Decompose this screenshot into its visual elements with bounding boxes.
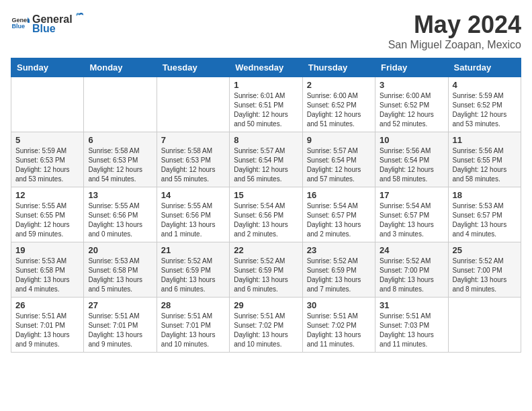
day-number: 20	[88, 245, 152, 255]
calendar-cell: 8Sunrise: 5:57 AMSunset: 6:54 PMDaylight…	[230, 132, 302, 187]
day-number: 30	[307, 300, 371, 310]
calendar-cell	[448, 298, 521, 353]
svg-text:General: General	[11, 17, 30, 24]
cell-info: Sunrise: 5:51 AMSunset: 7:01 PMDaylight:…	[15, 312, 79, 349]
calendar-cell: 4Sunrise: 5:59 AMSunset: 6:52 PMDaylight…	[448, 77, 521, 132]
day-number: 19	[15, 245, 79, 255]
weekday-header-monday: Monday	[84, 58, 157, 77]
cell-info: Sunrise: 6:00 AMSunset: 6:52 PMDaylight:…	[380, 91, 443, 129]
cell-info: Sunrise: 5:55 AMSunset: 6:55 PMDaylight:…	[15, 201, 79, 239]
day-number: 1	[234, 80, 298, 90]
day-number: 24	[380, 245, 443, 255]
calendar-cell: 18Sunrise: 5:53 AMSunset: 6:57 PMDayligh…	[448, 187, 521, 242]
cell-info: Sunrise: 5:57 AMSunset: 6:54 PMDaylight:…	[307, 146, 371, 184]
cell-info: Sunrise: 6:01 AMSunset: 6:51 PMDaylight:…	[234, 91, 298, 129]
calendar-cell: 31Sunrise: 5:51 AMSunset: 7:03 PMDayligh…	[375, 298, 448, 353]
day-number: 16	[307, 190, 371, 200]
day-number: 5	[15, 135, 79, 145]
day-number: 22	[234, 245, 298, 255]
day-number: 12	[15, 190, 79, 200]
svg-text:Blue: Blue	[11, 23, 25, 30]
calendar-cell: 7Sunrise: 5:58 AMSunset: 6:53 PMDaylight…	[157, 132, 229, 187]
week-row-5: 26Sunrise: 5:51 AMSunset: 7:01 PMDayligh…	[11, 298, 521, 353]
cell-info: Sunrise: 6:00 AMSunset: 6:52 PMDaylight:…	[307, 91, 371, 129]
title-area: May 2024 San Miguel Zoapan, Mexico	[388, 11, 521, 51]
month-title: May 2024	[388, 11, 521, 39]
cell-info: Sunrise: 5:54 AMSunset: 6:57 PMDaylight:…	[380, 201, 443, 239]
cell-info: Sunrise: 5:52 AMSunset: 7:00 PMDaylight:…	[380, 257, 443, 294]
day-number: 26	[15, 300, 79, 310]
calendar-cell: 25Sunrise: 5:52 AMSunset: 7:00 PMDayligh…	[448, 242, 521, 298]
cell-info: Sunrise: 5:57 AMSunset: 6:54 PMDaylight:…	[234, 146, 298, 184]
day-number: 31	[380, 300, 443, 310]
weekday-header-friday: Friday	[375, 58, 448, 77]
calendar-cell: 15Sunrise: 5:54 AMSunset: 6:56 PMDayligh…	[230, 187, 302, 242]
day-number: 18	[453, 190, 517, 200]
week-row-2: 5Sunrise: 5:59 AMSunset: 6:53 PMDaylight…	[11, 132, 521, 187]
day-number: 3	[380, 80, 443, 90]
calendar-cell: 20Sunrise: 5:53 AMSunset: 6:58 PMDayligh…	[84, 242, 157, 298]
calendar-cell	[84, 77, 157, 132]
day-number: 28	[161, 300, 225, 310]
day-number: 21	[161, 245, 225, 255]
cell-info: Sunrise: 5:54 AMSunset: 6:56 PMDaylight:…	[234, 201, 298, 239]
week-row-3: 12Sunrise: 5:55 AMSunset: 6:55 PMDayligh…	[11, 187, 521, 242]
day-number: 13	[88, 190, 152, 200]
calendar-cell: 29Sunrise: 5:51 AMSunset: 7:02 PMDayligh…	[230, 298, 302, 353]
cell-info: Sunrise: 5:56 AMSunset: 6:54 PMDaylight:…	[380, 146, 443, 184]
calendar-cell: 26Sunrise: 5:51 AMSunset: 7:01 PMDayligh…	[11, 298, 84, 353]
cell-info: Sunrise: 5:54 AMSunset: 6:57 PMDaylight:…	[307, 201, 371, 239]
calendar-cell: 14Sunrise: 5:55 AMSunset: 6:56 PMDayligh…	[157, 187, 229, 242]
cell-info: Sunrise: 5:58 AMSunset: 6:53 PMDaylight:…	[88, 146, 152, 184]
cell-info: Sunrise: 5:52 AMSunset: 6:59 PMDaylight:…	[161, 257, 225, 294]
weekday-header-row: SundayMondayTuesdayWednesdayThursdayFrid…	[11, 58, 521, 77]
calendar-cell: 16Sunrise: 5:54 AMSunset: 6:57 PMDayligh…	[302, 187, 375, 242]
cell-info: Sunrise: 5:52 AMSunset: 6:59 PMDaylight:…	[307, 257, 371, 294]
cell-info: Sunrise: 5:56 AMSunset: 6:55 PMDaylight:…	[453, 146, 517, 184]
cell-info: Sunrise: 5:51 AMSunset: 7:01 PMDaylight:…	[161, 312, 225, 349]
day-number: 23	[307, 245, 371, 255]
cell-info: Sunrise: 5:51 AMSunset: 7:02 PMDaylight:…	[307, 312, 371, 349]
cell-info: Sunrise: 5:53 AMSunset: 6:58 PMDaylight:…	[88, 257, 152, 294]
calendar-cell: 17Sunrise: 5:54 AMSunset: 6:57 PMDayligh…	[375, 187, 448, 242]
cell-info: Sunrise: 5:53 AMSunset: 6:57 PMDaylight:…	[453, 201, 517, 239]
calendar-cell	[11, 77, 84, 132]
day-number: 11	[453, 135, 517, 145]
weekday-header-thursday: Thursday	[302, 58, 375, 77]
calendar-cell: 22Sunrise: 5:52 AMSunset: 6:59 PMDayligh…	[230, 242, 302, 298]
cell-info: Sunrise: 5:52 AMSunset: 6:59 PMDaylight:…	[234, 257, 298, 294]
day-number: 15	[234, 190, 298, 200]
week-row-1: 1Sunrise: 6:01 AMSunset: 6:51 PMDaylight…	[11, 77, 521, 132]
day-number: 25	[453, 245, 517, 255]
calendar-cell: 9Sunrise: 5:57 AMSunset: 6:54 PMDaylight…	[302, 132, 375, 187]
calendar-cell: 27Sunrise: 5:51 AMSunset: 7:01 PMDayligh…	[84, 298, 157, 353]
day-number: 7	[161, 135, 225, 145]
location-title: San Miguel Zoapan, Mexico	[388, 39, 521, 51]
cell-info: Sunrise: 5:51 AMSunset: 7:02 PMDaylight:…	[234, 312, 298, 349]
calendar-cell: 2Sunrise: 6:00 AMSunset: 6:52 PMDaylight…	[302, 77, 375, 132]
calendar-cell: 12Sunrise: 5:55 AMSunset: 6:55 PMDayligh…	[11, 187, 84, 242]
weekday-header-sunday: Sunday	[11, 58, 84, 77]
calendar-cell: 6Sunrise: 5:58 AMSunset: 6:53 PMDaylight…	[84, 132, 157, 187]
cell-info: Sunrise: 5:59 AMSunset: 6:53 PMDaylight:…	[15, 146, 79, 184]
logo: General Blue General Blue	[11, 11, 86, 35]
weekday-header-wednesday: Wednesday	[230, 58, 302, 77]
day-number: 27	[88, 300, 152, 310]
calendar-cell: 1Sunrise: 6:01 AMSunset: 6:51 PMDaylight…	[230, 77, 302, 132]
calendar-cell: 13Sunrise: 5:55 AMSunset: 6:56 PMDayligh…	[84, 187, 157, 242]
calendar-cell: 24Sunrise: 5:52 AMSunset: 7:00 PMDayligh…	[375, 242, 448, 298]
day-number: 9	[307, 135, 371, 145]
weekday-header-saturday: Saturday	[448, 58, 521, 77]
cell-info: Sunrise: 5:58 AMSunset: 6:53 PMDaylight:…	[161, 146, 225, 184]
calendar-cell: 3Sunrise: 6:00 AMSunset: 6:52 PMDaylight…	[375, 77, 448, 132]
logo-bird-icon	[73, 11, 85, 23]
calendar-cell: 10Sunrise: 5:56 AMSunset: 6:54 PMDayligh…	[375, 132, 448, 187]
day-number: 17	[380, 190, 443, 200]
day-number: 6	[88, 135, 152, 145]
calendar-cell: 30Sunrise: 5:51 AMSunset: 7:02 PMDayligh…	[302, 298, 375, 353]
cell-info: Sunrise: 5:51 AMSunset: 7:03 PMDaylight:…	[380, 312, 443, 349]
cell-info: Sunrise: 5:55 AMSunset: 6:56 PMDaylight:…	[88, 201, 152, 239]
cell-info: Sunrise: 5:52 AMSunset: 7:00 PMDaylight:…	[453, 257, 517, 294]
day-number: 4	[453, 80, 517, 90]
calendar-table: SundayMondayTuesdayWednesdayThursdayFrid…	[11, 58, 521, 353]
